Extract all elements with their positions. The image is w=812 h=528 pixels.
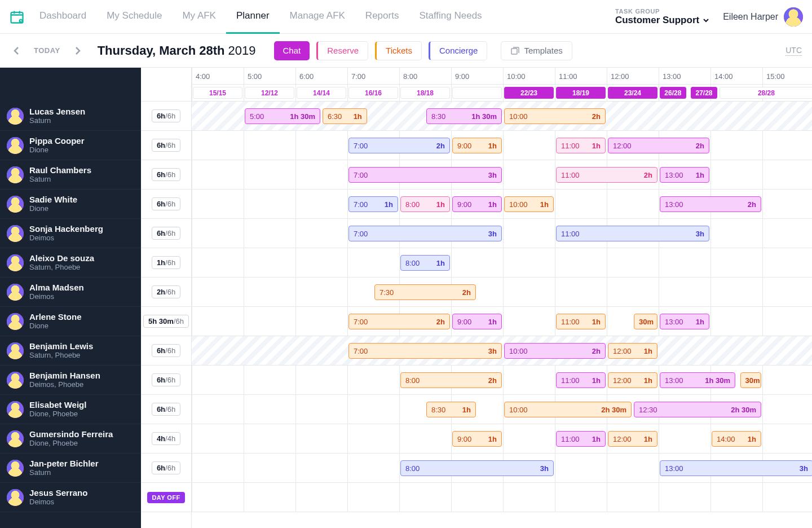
- nav-my-afk[interactable]: My AFK: [172, 0, 226, 34]
- filter-concierge[interactable]: Concierge: [429, 41, 487, 60]
- timezone-selector[interactable]: UTC: [785, 46, 802, 56]
- top-nav: DashboardMy ScheduleMy AFKPlannerManage …: [0, 0, 812, 34]
- planner-toolbar: TODAY Thursday, March 28th 2019 Chat Res…: [0, 34, 812, 68]
- nav-planner[interactable]: Planner: [226, 0, 280, 34]
- prev-day-button[interactable]: [10, 44, 24, 58]
- chevron-down-icon: [703, 17, 709, 24]
- templates-icon: [510, 46, 519, 55]
- nav-manage-afk[interactable]: Manage AFK: [280, 0, 355, 34]
- filter-tickets[interactable]: Tickets: [375, 41, 422, 60]
- nav-staffing-needs[interactable]: Staffing Needs: [409, 0, 492, 34]
- filter-chat[interactable]: Chat: [274, 41, 310, 60]
- current-user[interactable]: Eileen Harper: [723, 7, 803, 27]
- today-button[interactable]: TODAY: [30, 46, 64, 55]
- nav-dashboard[interactable]: Dashboard: [29, 0, 96, 34]
- nav-reports[interactable]: Reports: [355, 0, 409, 34]
- app-logo[interactable]: [5, 9, 29, 25]
- nav-my-schedule[interactable]: My Schedule: [96, 0, 172, 34]
- task-group-label: TASK GROUP: [615, 8, 709, 15]
- task-group-selector[interactable]: TASK GROUP Customer Support: [615, 8, 709, 26]
- user-avatar: [784, 7, 803, 27]
- next-day-button[interactable]: [70, 44, 84, 58]
- filter-reserve[interactable]: Reserve: [316, 41, 368, 60]
- date-title: Thursday, March 28th 2019: [98, 43, 256, 58]
- svg-rect-2: [511, 49, 517, 54]
- templates-button[interactable]: Templates: [501, 41, 572, 60]
